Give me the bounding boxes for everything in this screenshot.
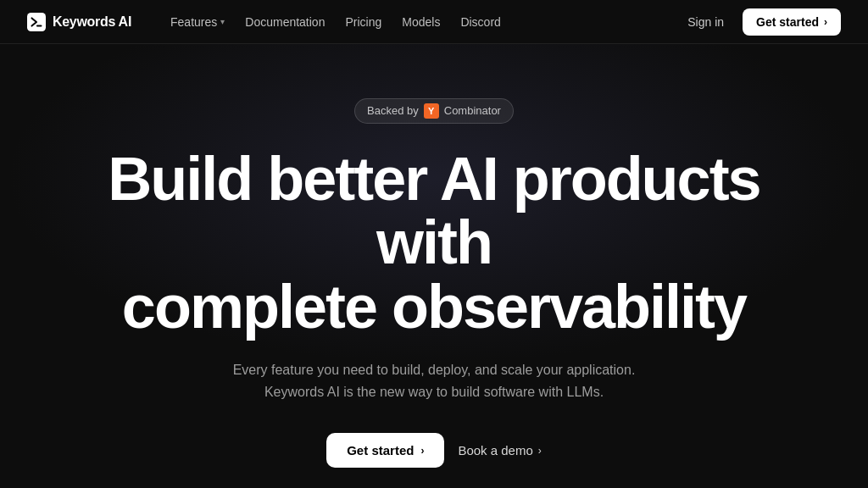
backed-suffix: Combinator [444,104,501,117]
logo[interactable]: Keywords AI [27,13,131,31]
nav-link-pricing[interactable]: Pricing [337,10,390,34]
backed-badge: Backed by Y Combinator [354,98,514,124]
arrow-icon: › [420,445,424,457]
nav-links: Features ▾ Documentation Pricing Models … [162,10,509,34]
arrow-icon: › [538,445,542,457]
backed-prefix: Backed by [367,104,419,117]
book-demo-button[interactable]: Book a demo › [458,443,541,458]
logo-text: Keywords AI [53,14,131,30]
sign-in-button[interactable]: Sign in [679,10,732,34]
nav-link-discord[interactable]: Discord [452,10,509,34]
hero-get-started-button[interactable]: Get started › [326,433,444,468]
nav-get-started-button[interactable]: Get started › [743,8,841,36]
yc-badge: Y [424,103,439,119]
nav-link-models[interactable]: Models [393,10,448,34]
nav-link-features[interactable]: Features ▾ [162,10,233,34]
hero-subtitle: Every feature you need to build, deploy,… [214,359,654,402]
nav-link-documentation[interactable]: Documentation [236,10,333,34]
nav-left: Keywords AI Features ▾ Documentation Pri… [27,10,509,34]
hero-section: Backed by Y Combinator Build better AI p… [0,44,868,488]
hero-cta: Get started › Book a demo › [326,433,542,468]
hero-title: Build better AI products with complete o… [53,147,815,340]
navbar: Keywords AI Features ▾ Documentation Pri… [0,0,868,44]
nav-right: Sign in Get started › [679,8,841,36]
logo-icon [27,13,46,31]
chevron-down-icon: ▾ [220,17,225,26]
arrow-icon: › [824,16,827,28]
